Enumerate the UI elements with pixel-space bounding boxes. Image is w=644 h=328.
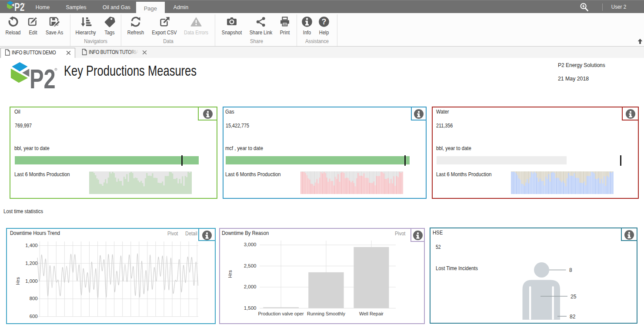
svg-text:3,000: 3,000: [244, 242, 257, 247]
svg-text:Hrs: Hrs: [15, 277, 20, 285]
svg-text:800: 800: [30, 296, 38, 301]
svg-text:Hrs: Hrs: [227, 270, 233, 278]
svg-text:P2: P2: [30, 64, 56, 89]
svg-text:25: 25: [571, 294, 577, 300]
svg-text:8: 8: [569, 267, 572, 273]
svg-text:1,400: 1,400: [25, 243, 37, 248]
svg-text:600: 600: [30, 314, 38, 319]
svg-text:2,500: 2,500: [244, 263, 257, 268]
svg-text:1,200: 1,200: [25, 261, 37, 266]
svg-text:Running Smoothly: Running Smoothly: [307, 311, 345, 316]
svg-text:R: R: [55, 68, 57, 70]
svg-text:Production valve oper: Production valve oper: [258, 311, 304, 316]
svg-text:1,000: 1,000: [25, 278, 37, 284]
svg-text:?: ?: [322, 17, 327, 26]
svg-text:1,500: 1,500: [244, 305, 257, 311]
svg-text:2,000: 2,000: [244, 284, 257, 289]
svg-text:82: 82: [570, 314, 576, 320]
svg-text:Well Repair: Well Repair: [359, 311, 384, 316]
svg-text:P2: P2: [14, 1, 24, 12]
